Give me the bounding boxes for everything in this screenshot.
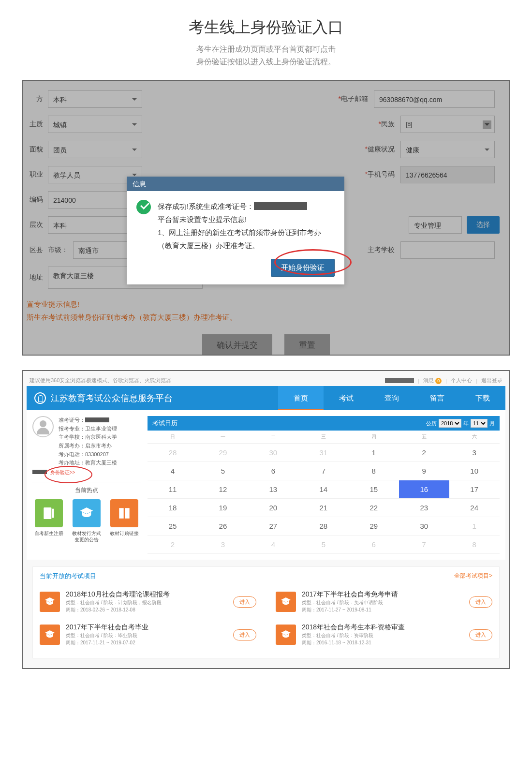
modal-title: 信息 [127,177,344,191]
cal-day[interactable]: 15 [349,480,399,499]
screenshot-homepage: 建议使用360安全浏览器极速模式、谷歌浏览器、火狐浏览器 | 消息 0| 个人中… [22,370,510,669]
cal-day[interactable]: 30 [399,517,449,536]
cal-day[interactable]: 4 [148,462,198,480]
cal-day[interactable]: 6 [349,536,399,554]
cal-day[interactable]: 26 [198,517,248,536]
enter-button[interactable]: 进入 [233,629,256,640]
cal-day[interactable]: 29 [349,517,399,536]
cal-day[interactable]: 12 [198,480,248,499]
cal-day[interactable]: 9 [399,462,449,480]
svg-rect-0 [44,507,51,519]
proj-item: 2017年下半年社会自考免考申请类型：社会自考 / 阶段：免考申请阶段周期：20… [276,585,492,618]
cal-day[interactable]: 23 [399,499,449,517]
cal-day[interactable]: 28 [298,517,349,536]
cal-day[interactable]: 18 [148,499,198,517]
cal-day[interactable]: 21 [298,499,349,517]
cal-day[interactable]: 7 [399,536,449,554]
register-icon [35,499,63,527]
topbar-logout[interactable]: 退出登录 [481,377,502,384]
nav-item-4[interactable]: 下载 [460,386,505,410]
cal-day[interactable]: 8 [449,536,500,554]
proj-item: 2017年下半年社会自考毕业类型：社会自考 / 阶段：毕业阶段周期：2017-1… [40,618,256,651]
cal-day[interactable]: 24 [449,499,500,517]
nav-item-1[interactable]: 考试 [324,386,369,410]
profile-info: 准考证号： 报考专业：卫生事业管理 主考学校：南京医科大学 所属考办：启东市考办… [59,416,117,467]
hot-card-register[interactable]: 自考新生注册 [32,499,65,543]
cap-icon [276,592,296,612]
browser-tip: 建议使用360安全浏览器极速模式、谷歌浏览器、火狐浏览器 [30,377,171,384]
hot-card-book[interactable]: 教材订购链接 [108,499,141,543]
cal-day[interactable]: 31 [298,444,349,462]
svg-rect-1 [52,508,54,518]
modal-message: 保存成功!系统生成准考证号： 平台暂未设置专业提示信息! 1、网上注册好的新生在… [158,200,335,252]
cal-day[interactable]: 2 [399,444,449,462]
topbar-center[interactable]: 个人中心 [451,377,472,384]
page-title: 考生线上身份验证入口 [0,0,532,43]
cal-day[interactable]: 1 [349,444,399,462]
redacted-user [385,378,414,383]
cal-day[interactable]: 22 [349,499,399,517]
book-icon [110,499,138,527]
modal-dialog: 信息 保存成功!系统生成准考证号： 平台暂未设置专业提示信息! 1、网上注册好的… [127,177,344,284]
nav-item-0[interactable]: 首页 [278,386,324,410]
cal-day[interactable]: 6 [248,462,298,480]
hot-title: 当前热点 [32,482,141,499]
cal-day[interactable]: 20 [248,499,298,517]
proj-all-link[interactable]: 全部考试项目> [454,572,492,580]
cal-day[interactable]: 11 [148,480,198,499]
cal-day[interactable]: 29 [198,444,248,462]
screenshot-registration-modal: 方 本科 *电子邮箱 963088670@qq.com 主质 城镇 *民族 回 … [22,80,510,356]
cal-day[interactable]: 5 [198,462,248,480]
cal-day[interactable]: 3 [449,444,500,462]
nav-item-2[interactable]: 查询 [369,386,414,410]
year-select[interactable]: 2018 [439,419,461,428]
topbar-msg[interactable]: 消息 0 [423,377,442,384]
cal-title: 考试日历 [152,419,177,428]
cap-icon [276,625,296,645]
avatar [32,416,54,437]
cal-day[interactable]: 1 [449,517,500,536]
cal-day[interactable]: 25 [148,517,198,536]
enter-button[interactable]: 进入 [233,596,256,608]
cal-day[interactable]: 10 [449,462,500,480]
cal-day[interactable]: 2 [148,536,198,554]
enter-button[interactable]: 进入 [469,629,492,640]
start-verify-button[interactable]: 开始身份验证 [271,259,335,277]
verify-link[interactable]: 身份验证>> [50,470,75,475]
cal-day[interactable]: 17 [449,480,500,499]
cal-day[interactable]: 8 [349,462,399,480]
month-select[interactable]: 11 [471,419,488,428]
cal-day[interactable]: 16 [399,480,449,499]
page-subtitle: 考生在注册成功页面或平台首页都可点击身份验证按钮以进入线上身份验证流程。 [0,43,532,68]
proj-title: 当前开放的考试项目 [40,572,96,580]
cal-day[interactable]: 3 [198,536,248,554]
cap-icon [40,592,60,612]
enter-button[interactable]: 进入 [469,596,492,608]
hot-card-notice[interactable]: 教材发行方式变更的公告 [70,499,103,543]
cal-day[interactable]: 28 [148,444,198,462]
cap-icon [73,499,101,527]
cal-day[interactable]: 13 [248,480,298,499]
cal-day[interactable]: 27 [248,517,298,536]
cal-day[interactable]: 7 [298,462,349,480]
nav-title: 江苏教育考试公众信息服务平台 [51,392,173,404]
cal-day[interactable]: 5 [298,536,349,554]
nav-item-3[interactable]: 留言 [414,386,460,410]
proj-item: 2018年社会自考考生本科资格审查类型：社会自考 / 阶段：资审阶段周期：201… [276,618,492,651]
logo-icon [34,392,46,404]
proj-item: 2018年10月社会自考理论课程报考类型：社会自考 / 阶段：计划阶段，报名阶段… [40,585,256,618]
cal-day[interactable]: 4 [248,536,298,554]
cal-day[interactable]: 30 [248,444,298,462]
nav-bar: 江苏教育考试公众信息服务平台 首页考试查询留言下载 [27,386,505,410]
cal-day[interactable]: 19 [198,499,248,517]
success-icon [136,200,151,214]
cal-day[interactable]: 14 [298,480,349,499]
redacted-id [254,202,307,210]
cap-icon [40,625,60,645]
